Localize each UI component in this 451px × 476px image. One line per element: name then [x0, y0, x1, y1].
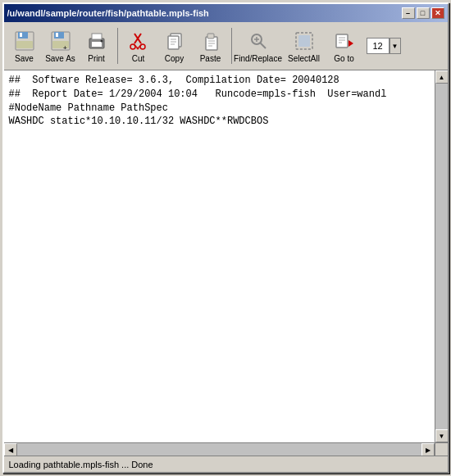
svg-rect-35 [336, 34, 348, 48]
vertical-scrollbar[interactable]: ▲ ▼ [435, 70, 448, 442]
svg-marker-39 [348, 40, 353, 47]
select-all-label: SelectAll [288, 54, 320, 63]
cut-icon [127, 29, 150, 52]
line-3: #NodeName Pathname PathSpec [9, 102, 443, 116]
scrollbar-corner [435, 442, 448, 456]
save-icon [13, 29, 36, 52]
svg-rect-20 [168, 36, 179, 49]
close-button[interactable]: ✕ [431, 7, 444, 19]
status-bar: Loading pathtable.mpls-fish ... Done [4, 456, 448, 472]
go-to-icon [333, 29, 356, 52]
svg-rect-34 [298, 35, 310, 47]
cut-label: Cut [132, 54, 145, 63]
go-to-label: Go to [334, 54, 353, 63]
save-as-button[interactable]: + Save As [43, 25, 78, 67]
font-size-dropdown[interactable]: ▼ [390, 38, 401, 54]
scroll-right-button[interactable]: ▶ [421, 443, 435, 456]
paste-label: Paste [200, 54, 221, 63]
find-replace-label: Find/Replace [234, 54, 282, 63]
maximize-button[interactable]: □ [417, 7, 430, 19]
title-bar-controls: – □ ✕ [402, 7, 444, 19]
window-title: /u/wandl/sample/router/fish/pathtable.mp… [7, 8, 209, 18]
separator-2 [231, 28, 232, 64]
line-4: WASHDC static*10.10.10.11/32 WASHDC**RWD… [9, 115, 443, 129]
svg-rect-3 [16, 41, 33, 48]
svg-rect-5 [54, 32, 64, 39]
scroll-up-button[interactable]: ▲ [435, 70, 448, 84]
save-label: Save [15, 54, 34, 63]
content-area: ## Software Release= 3.6.3, Compilation … [4, 70, 448, 456]
save-button[interactable]: Save [7, 25, 42, 67]
minimize-button[interactable]: – [402, 7, 415, 19]
scroll-track-horizontal[interactable] [17, 443, 421, 456]
paste-button[interactable]: Paste [194, 25, 228, 67]
scroll-left-button[interactable]: ◀ [4, 443, 17, 456]
svg-rect-10 [92, 42, 102, 47]
svg-rect-1 [18, 32, 28, 39]
svg-point-12 [100, 39, 102, 42]
svg-text:+: + [63, 44, 67, 52]
status-text: Loading pathtable.mpls-fish ... Done [9, 460, 153, 469]
copy-button[interactable]: Copy [157, 25, 192, 67]
svg-rect-25 [207, 34, 214, 39]
horizontal-scrollbar[interactable]: ◀ ▶ [4, 442, 435, 456]
select-all-icon [293, 29, 316, 52]
scroll-track-vertical[interactable] [435, 84, 448, 429]
font-size-control: 12 ▼ [367, 38, 401, 54]
line-1: ## Software Release= 3.6.3, Compilation … [9, 74, 443, 88]
svg-rect-6 [56, 33, 58, 37]
toolbar: Save + Save As [4, 22, 448, 70]
print-icon [85, 29, 108, 52]
svg-rect-2 [20, 33, 22, 37]
find-replace-button[interactable]: Find/Replace [235, 25, 281, 67]
print-label: Print [88, 54, 105, 63]
copy-label: Copy [165, 54, 184, 63]
save-as-label: Save As [45, 54, 75, 63]
line-2: ## Report Date= 1/29/2004 10:04 Runcode=… [9, 88, 443, 102]
font-size-value[interactable]: 12 [367, 38, 390, 54]
text-editor[interactable]: ## Software Release= 3.6.3, Compilation … [4, 70, 448, 456]
title-bar: /u/wandl/sample/router/fish/pathtable.mp… [4, 4, 448, 22]
main-window: /u/wandl/sample/router/fish/pathtable.mp… [2, 2, 449, 474]
save-as-icon: + [49, 29, 72, 52]
separator-1 [117, 28, 118, 64]
copy-icon [163, 29, 186, 52]
scroll-down-button[interactable]: ▼ [435, 429, 448, 442]
find-replace-icon [247, 29, 270, 52]
select-all-button[interactable]: SelectAll [283, 25, 326, 67]
go-to-button[interactable]: Go to [327, 25, 362, 67]
print-button[interactable]: Print [80, 25, 114, 67]
svg-line-30 [260, 43, 266, 48]
svg-rect-11 [92, 34, 102, 39]
paste-icon [199, 29, 222, 52]
cut-button[interactable]: Cut [121, 25, 156, 67]
